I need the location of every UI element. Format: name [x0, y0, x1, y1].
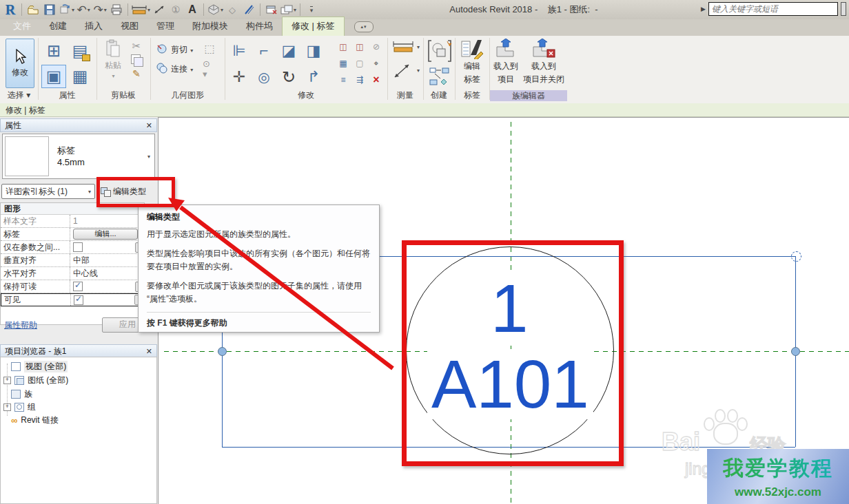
mirror-icon[interactable]: ↱	[302, 65, 325, 90]
tab-insert[interactable]: 插入	[76, 17, 112, 36]
revit-logo[interactable]: R	[3, 2, 18, 17]
load-into-project-button[interactable]: 载入到 项目	[491, 39, 521, 85]
edit-label-button[interactable]: 编辑 标签	[458, 39, 487, 85]
modify-button[interactable]: 修改	[6, 39, 34, 88]
pin-icon[interactable]: ⌖	[368, 55, 385, 72]
panel-label-measure[interactable]: 测量	[387, 90, 423, 101]
measure-dropdown[interactable]: ▾	[147, 7, 150, 13]
copy-tool-icon[interactable]: ◎	[252, 65, 276, 90]
redo-icon[interactable]: ↷▾	[92, 2, 108, 17]
print-icon[interactable]	[109, 2, 124, 17]
cut-label[interactable]: 剪切 ▾	[171, 44, 193, 56]
type-selector[interactable]: 标签 4.5mm ▾	[2, 134, 155, 179]
paste-button[interactable]: 粘贴 ▾	[101, 39, 125, 79]
match-type-icon[interactable]: ✎	[130, 67, 143, 80]
panel-label-select[interactable]: 选择 ▾	[0, 90, 38, 101]
search-go-icon[interactable]	[841, 2, 846, 16]
undo-dropdown[interactable]: ▾	[88, 7, 90, 13]
copy-icon[interactable]	[131, 54, 141, 64]
trim-extend-icon[interactable]: ◨	[302, 39, 325, 63]
panel-label-modify[interactable]: 修改	[225, 90, 387, 101]
instance-selector[interactable]: 详图索引标头 (1) ▾	[1, 184, 95, 199]
expand-icon[interactable]: +	[3, 403, 11, 411]
rotate-icon[interactable]: ↻	[277, 65, 300, 90]
search-input[interactable]	[708, 2, 838, 16]
family-category-icon[interactable]: ▤	[68, 39, 92, 63]
undo-icon[interactable]: ↶▾	[76, 2, 91, 17]
wrap-checkbox[interactable]	[73, 242, 83, 252]
properties-help-link[interactable]: 属性帮助	[4, 319, 37, 331]
panel-label-clipboard[interactable]: 剪贴板	[96, 90, 150, 101]
tab-create[interactable]: 创建	[40, 17, 76, 36]
tree-item-groups[interactable]: + 组	[3, 401, 36, 412]
panel-label-properties[interactable]: 属性	[38, 90, 96, 101]
panel-label-create[interactable]: 创建	[423, 90, 455, 101]
tab-manage[interactable]: 管理	[147, 17, 183, 36]
text-icon[interactable]: A	[185, 2, 200, 17]
label-edit-button[interactable]: 编辑...	[73, 229, 138, 240]
switch-windows-dropdown[interactable]: ▾	[294, 7, 296, 13]
open-icon[interactable]	[25, 2, 41, 17]
save-icon[interactable]	[42, 2, 57, 17]
thin-lines-icon[interactable]	[241, 2, 256, 17]
measure-between-dropdown[interactable]: ▾	[417, 67, 420, 74]
aligned-dimension-icon[interactable]	[152, 2, 167, 17]
sync-dropdown[interactable]: ▾	[72, 7, 74, 13]
measure-dropdown-2[interactable]: ▾	[417, 44, 420, 50]
expand-icon[interactable]: +	[3, 377, 11, 384]
3d-view-dropdown[interactable]: ▾	[221, 7, 223, 13]
panel-label-geometry[interactable]: 几何图形	[150, 90, 225, 101]
properties-close-icon[interactable]: ✕	[146, 119, 152, 132]
move-icon[interactable]: ✛	[227, 65, 251, 90]
trim-corner-icon[interactable]: ◪	[277, 39, 300, 63]
keep-readable-checkbox[interactable]	[73, 282, 83, 291]
join-label[interactable]: 连接 ▾	[171, 63, 193, 75]
panel-label-family-editor[interactable]: 族编辑器	[490, 90, 567, 101]
indent-icon[interactable]: ⇶	[351, 72, 368, 88]
align-small-icon[interactable]: ≡	[335, 72, 351, 88]
tab-view[interactable]: 视图	[112, 17, 147, 36]
properties-palette-icon[interactable]: ▣	[41, 65, 66, 88]
split-element-icon[interactable]: ◫	[335, 39, 351, 55]
drag-grip-left[interactable]	[218, 347, 227, 356]
tab-file[interactable]: 文件	[4, 17, 40, 36]
measure-icon[interactable]: ▾	[132, 2, 150, 17]
split-gap-icon[interactable]: ◫	[351, 39, 368, 55]
tab-modify-tag[interactable]: 修改 | 标签	[282, 17, 345, 36]
project-browser-close-icon[interactable]: ✕	[146, 345, 152, 357]
sync-icon[interactable]: ▾	[59, 2, 74, 17]
search-expand-icon[interactable]: ▶	[701, 6, 706, 12]
delete-icon[interactable]: ×	[368, 72, 385, 88]
measure-between-icon[interactable]	[391, 62, 412, 80]
load-into-project-close-button[interactable]: 载入到 项目并关闭	[522, 39, 565, 85]
panel-label-tag[interactable]: 标签	[455, 90, 489, 101]
tab-addins[interactable]: 附加模块	[183, 17, 237, 36]
tag-icon[interactable]: ①	[168, 2, 183, 17]
cut-geometry-icon[interactable]	[156, 43, 168, 55]
tree-item-revit-links[interactable]: ∞ Revit 链接	[11, 414, 59, 426]
horizontal-align-value[interactable]: 中心线	[70, 267, 144, 280]
tree-item-views[interactable]: 视图 (全部)	[11, 361, 68, 372]
vertical-align-value[interactable]: 中部	[70, 254, 144, 266]
redo-dropdown[interactable]: ▾	[104, 7, 107, 13]
tree-item-sheets[interactable]: + 图纸 (全部)	[3, 375, 68, 386]
switch-windows-icon[interactable]: ▾	[280, 2, 296, 17]
default-3d-view-icon[interactable]: ▾	[207, 2, 223, 17]
rotate-grip-icon[interactable]	[791, 251, 801, 262]
close-hidden-windows-icon[interactable]	[264, 2, 279, 17]
create-similar-icon[interactable]	[427, 66, 452, 87]
array-icon[interactable]: ▦	[335, 55, 351, 72]
type-selector-dropdown-icon[interactable]: ▾	[147, 154, 150, 160]
cut-icon[interactable]: ✂	[130, 40, 143, 52]
family-types-create-icon[interactable]	[426, 39, 453, 63]
type-properties-icon[interactable]: ⊞	[41, 39, 66, 63]
align-icon[interactable]: ⊫	[227, 39, 251, 63]
tab-systems[interactable]: 构件坞	[237, 17, 282, 36]
ribbon-display-toggle[interactable]: ▴▾	[354, 21, 374, 32]
customize-qat-icon[interactable]: ▾	[304, 2, 319, 17]
join-geometry-icon[interactable]	[156, 62, 168, 74]
tree-item-families[interactable]: 族	[11, 388, 32, 399]
offset-icon[interactable]: ⌐	[252, 39, 276, 63]
visible-checkbox[interactable]	[74, 295, 83, 305]
measure-ruler-icon[interactable]	[391, 40, 415, 54]
